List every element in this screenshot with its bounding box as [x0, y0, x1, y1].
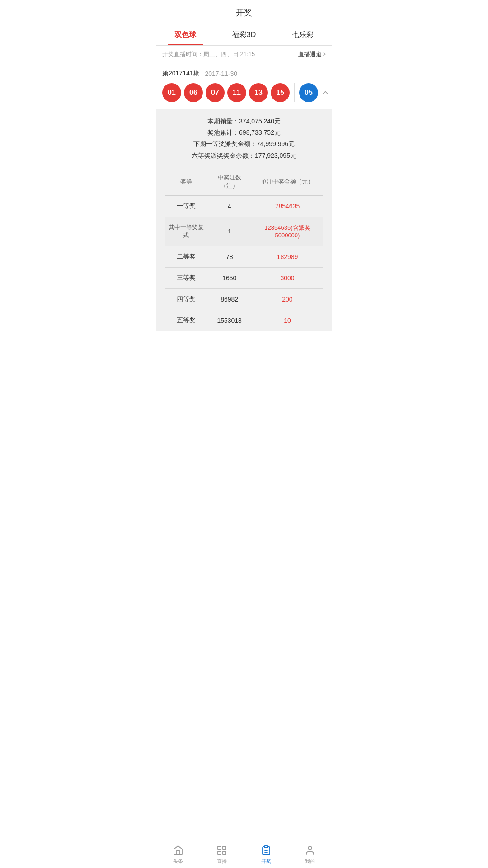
page-title: 开奖 [236, 8, 252, 17]
sales-stat: 本期销量：374,075,240元 [165, 116, 323, 127]
blue-ball: 05 [299, 83, 318, 102]
amount-cell: 12854635(含派奖5000000) [252, 217, 323, 246]
tab-bar: 双色球 福彩3D 七乐彩 [156, 24, 332, 46]
live-time-label: 开奖直播时间：周二、四、日 21:15 [162, 50, 255, 58]
balls-container: 01 06 07 11 13 15 05 [162, 82, 326, 108]
col-count: 中奖注数（注） [207, 168, 251, 196]
red-ball-4: 11 [227, 83, 246, 102]
red-ball-3: 07 [206, 83, 225, 102]
level-cell: 其中一等奖复式 [165, 217, 207, 246]
red-ball-5: 13 [249, 83, 268, 102]
count-cell: 86982 [207, 288, 251, 310]
red-ball-6: 15 [271, 83, 290, 102]
table-row: 一等奖 4 7854635 [165, 195, 323, 217]
level-cell: 一等奖 [165, 195, 207, 217]
stats-block: 本期销量：374,075,240元 奖池累计：698,733,752元 下期一等… [165, 116, 323, 168]
count-cell: 4 [207, 195, 251, 217]
table-header-row: 奖等 中奖注数（注） 单注中奖金额（元） [165, 168, 323, 196]
col-level: 奖等 [165, 168, 207, 196]
amount-cell: 10 [252, 310, 323, 331]
count-cell: 1553018 [207, 310, 251, 331]
live-channel-button[interactable]: 直播通道 > [298, 50, 326, 58]
ball-divider [294, 83, 295, 102]
level-cell: 二等奖 [165, 246, 207, 267]
next-first-stat: 下期一等奖派奖金额：74,999,996元 [165, 138, 323, 150]
level-cell: 三等奖 [165, 267, 207, 288]
sixth-remain-stat: 六等奖派奖奖金余额：177,923,095元 [165, 150, 323, 161]
draw-period: 第2017141期 2017-11-30 [162, 70, 326, 78]
count-cell: 78 [207, 246, 251, 267]
draw-controls [318, 82, 332, 103]
details-panel: 本期销量：374,075,240元 奖池累计：698,733,752元 下期一等… [156, 108, 332, 331]
level-cell: 五等奖 [165, 310, 207, 331]
page-header: 开奖 [156, 0, 332, 24]
table-row: 五等奖 1553018 10 [165, 310, 323, 331]
amount-cell: 182989 [252, 246, 323, 267]
pool-stat: 奖池累计：698,733,752元 [165, 127, 323, 138]
level-cell: 四等奖 [165, 288, 207, 310]
draw-section: 第2017141期 2017-11-30 01 06 07 11 13 15 0… [156, 63, 332, 108]
table-row: 三等奖 1650 3000 [165, 267, 323, 288]
col-amount: 单注中奖金额（元） [252, 168, 323, 196]
tab-qilecai[interactable]: 七乐彩 [273, 24, 332, 45]
period-number: 第2017141期 [162, 70, 200, 78]
collapse-button[interactable] [318, 85, 332, 100]
red-ball-1: 01 [162, 83, 181, 102]
count-cell: 1 [207, 217, 251, 246]
amount-cell: 3000 [252, 267, 323, 288]
count-cell: 1650 [207, 267, 251, 288]
balls-left: 01 06 07 11 13 15 05 [162, 83, 318, 102]
tab-fucai3d[interactable]: 福彩3D [215, 24, 273, 45]
tab-shuangseqiu[interactable]: 双色球 [156, 24, 215, 45]
live-bar: 开奖直播时间：周二、四、日 21:15 直播通道 > [156, 46, 332, 63]
table-row-sub: 其中一等奖复式 1 12854635(含派奖5000000) [165, 217, 323, 246]
period-date: 2017-11-30 [205, 70, 238, 77]
prize-table: 奖等 中奖注数（注） 单注中奖金额（元） 一等奖 4 7854635 其中一等奖… [165, 168, 323, 331]
amount-cell: 7854635 [252, 195, 323, 217]
table-row: 四等奖 86982 200 [165, 288, 323, 310]
table-row: 二等奖 78 182989 [165, 246, 323, 267]
red-balls-group: 01 06 07 11 13 15 [162, 83, 290, 102]
amount-cell: 200 [252, 288, 323, 310]
live-channel-arrow-icon: > [323, 51, 326, 57]
red-ball-2: 06 [184, 83, 203, 102]
